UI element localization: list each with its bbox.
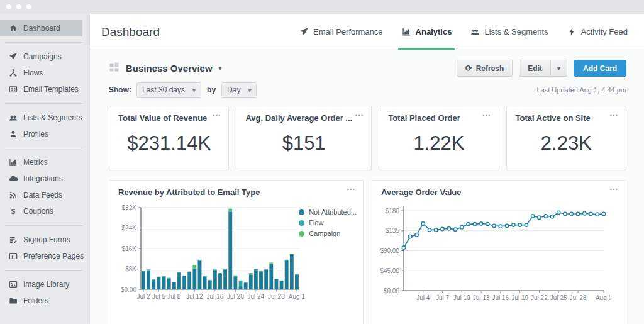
- svg-text:Jul 5: Jul 5: [152, 293, 166, 300]
- sidebar-item-preference-pages[interactable]: Preference Pages: [0, 248, 90, 264]
- tab-activity-feed[interactable]: Activity Feed: [567, 14, 628, 50]
- sidebar-item-metrics[interactable]: Metrics: [0, 154, 90, 170]
- legend-item-not-attributed: Not Attributed...: [299, 208, 357, 216]
- window-dot-icon[interactable]: [16, 4, 21, 9]
- card-menu-icon[interactable]: ⋯: [609, 184, 619, 193]
- svg-text:$0.00: $0.00: [121, 286, 136, 293]
- refresh-label: Refresh: [476, 64, 504, 73]
- interval-select[interactable]: Day ▾: [221, 82, 257, 98]
- legend-dot-icon: [299, 220, 304, 226]
- date-range-value: Last 30 days: [142, 86, 185, 94]
- window-dot-icon[interactable]: [6, 4, 11, 9]
- sidebar-item-campaigns[interactable]: Campaigns: [0, 48, 90, 65]
- sidebar-item-integrations[interactable]: Integrations: [0, 170, 90, 187]
- sidebar-item-label: Campaigns: [23, 52, 62, 61]
- svg-text:Jul 10: Jul 10: [453, 294, 470, 301]
- board-title: Business Overview: [126, 63, 213, 74]
- page-header: Dashboard Email PerformanceAnalyticsList…: [90, 14, 644, 50]
- sidebar-item-label: Data Feeds: [23, 191, 62, 199]
- card-menu-icon[interactable]: ⋯: [482, 110, 492, 119]
- edit-button[interactable]: Edit: [519, 60, 551, 77]
- stat-card-value: 1.22K: [379, 123, 498, 170]
- newspaper-icon: [8, 85, 18, 94]
- card-menu-icon[interactable]: ⋯: [355, 110, 364, 119]
- sidebar-divider: [5, 103, 82, 104]
- svg-text:Jul 16: Jul 16: [207, 293, 224, 300]
- sidebar-item-email-templates[interactable]: Email Templates: [0, 81, 90, 98]
- legend-label: Flow: [309, 219, 323, 226]
- users-icon: [470, 27, 480, 36]
- flow-icon: [8, 69, 18, 78]
- svg-text:$16K: $16K: [122, 245, 137, 252]
- sidebar-item-label: Integrations: [23, 174, 63, 183]
- sidebar-item-folders[interactable]: Folders: [0, 293, 90, 309]
- sidebar-item-signup-forms[interactable]: Signup Forms: [0, 232, 90, 248]
- tab-email-performance[interactable]: Email Performance: [299, 14, 383, 50]
- grid-icon: [109, 62, 119, 75]
- sidebar-divider: [5, 225, 82, 226]
- sidebar-divider: [5, 270, 82, 271]
- svg-text:Jul 22: Jul 22: [531, 294, 548, 301]
- bar-chart-svg: $32K$24K$16K$8K$0.00Jul 2Jul 5Jul 8Jul 1…: [113, 203, 307, 303]
- bar-chart-icon: [8, 158, 18, 167]
- svg-text:$90.00: $90.00: [380, 247, 399, 254]
- date-range-select[interactable]: Last 30 days ▾: [136, 82, 201, 98]
- chevron-down-icon: ▾: [219, 65, 222, 72]
- interval-value: Day: [227, 86, 240, 94]
- legend-dot-icon: [299, 209, 304, 215]
- svg-text:$24K: $24K: [122, 225, 137, 232]
- stat-card-avg-daily-average-order: Avg. Daily Average Order ...⋯$151: [236, 106, 372, 170]
- revenue-chart-card: Revenue by Attributed to Email Type ⋯ $3…: [109, 180, 364, 324]
- sidebar-divider: [5, 148, 82, 148]
- sidebar-item-data-feeds[interactable]: Data Feeds: [0, 187, 90, 203]
- sidebar-divider: [5, 42, 82, 43]
- sidebar-item-profiles[interactable]: Profiles: [0, 126, 90, 142]
- show-label: Show:: [109, 86, 131, 94]
- chevron-down-icon: ▾: [557, 65, 560, 72]
- sidebar-item-lists-segments[interactable]: Lists & Segments: [0, 109, 90, 126]
- svg-text:Jul 8: Jul 8: [167, 293, 181, 300]
- add-card-button[interactable]: Add Card: [574, 60, 626, 77]
- filter-row: Show: Last 30 days ▾ by Day ▾ Last Updat…: [109, 82, 626, 98]
- form-list-icon: [8, 235, 18, 245]
- refresh-icon: ⟳: [465, 64, 472, 73]
- sidebar-item-dashboard[interactable]: Dashboard: [0, 20, 82, 36]
- card-menu-icon[interactable]: ⋯: [212, 110, 221, 119]
- charts-row: Revenue by Attributed to Email Type ⋯ $3…: [109, 180, 626, 324]
- window-icon: [8, 252, 18, 261]
- sidebar-item-label: Signup Forms: [23, 235, 70, 244]
- legend-label: Not Attributed...: [309, 208, 357, 216]
- tab-lists-segments[interactable]: Lists & Segments: [470, 14, 548, 50]
- svg-text:Jul 16: Jul 16: [492, 294, 509, 301]
- svg-text:$180: $180: [386, 207, 400, 214]
- svg-text:Jul 28: Jul 28: [570, 294, 587, 301]
- window-dot-icon[interactable]: [26, 4, 31, 9]
- line-chart: $180$135$90.00$45.00$0.00Jul 4Jul 7Jul 1…: [376, 203, 623, 306]
- aov-chart-card: Average Order Value ⋯ $180$135$90.00$45.…: [372, 180, 626, 324]
- tab-analytics[interactable]: Analytics: [402, 14, 452, 50]
- sidebar-item-image-library[interactable]: Image Library: [0, 276, 90, 293]
- image-icon: [8, 280, 18, 289]
- legend-item-campaign: Campaign: [299, 230, 357, 237]
- window-controls[interactable]: [6, 4, 31, 9]
- sidebar-item-label: Profiles: [23, 130, 48, 138]
- page-title: Dashboard: [101, 25, 160, 39]
- sidebar-item-flows[interactable]: Flows: [0, 65, 90, 81]
- edit-dropdown-button[interactable]: ▾: [551, 60, 567, 77]
- refresh-button[interactable]: ⟳ Refresh: [457, 60, 513, 77]
- svg-text:Jul 25: Jul 25: [550, 294, 567, 301]
- chart-title: Average Order Value: [372, 181, 626, 198]
- svg-text:Aug 1: Aug 1: [289, 293, 306, 300]
- sidebar: DashboardCampaignsFlowsEmail TemplatesLi…: [0, 14, 90, 324]
- tab-label: Lists & Segments: [484, 27, 548, 36]
- chart-title: Revenue by Attributed to Email Type: [109, 181, 363, 198]
- by-label: by: [207, 86, 216, 94]
- content-area: Business Overview ▾ ⟳ Refresh Edit ▾ Add…: [90, 50, 644, 324]
- card-menu-icon[interactable]: ⋯: [347, 184, 356, 193]
- sidebar-item-coupons[interactable]: $Coupons: [0, 203, 90, 220]
- board-title-dropdown[interactable]: Business Overview ▾: [109, 62, 222, 75]
- tab-label: Analytics: [416, 27, 452, 36]
- paper-plane-icon: [299, 27, 309, 36]
- card-menu-icon[interactable]: ⋯: [609, 110, 619, 119]
- svg-text:$8K: $8K: [125, 265, 136, 272]
